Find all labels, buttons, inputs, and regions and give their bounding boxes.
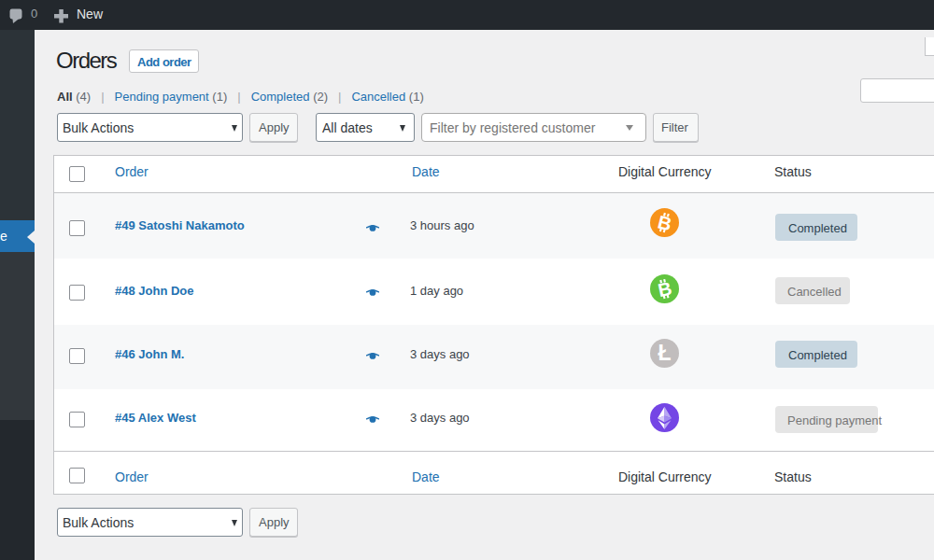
svg-text:Ł: Ł	[658, 341, 671, 365]
